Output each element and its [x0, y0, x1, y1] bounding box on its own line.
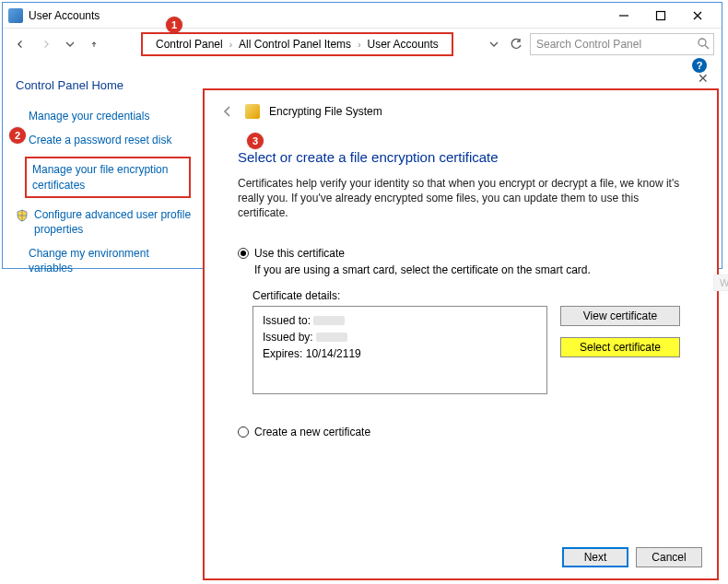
search-icon[interactable] [697, 37, 710, 50]
close-button[interactable] [679, 4, 716, 28]
control-panel-home-link[interactable]: Control Panel Home [16, 78, 209, 92]
radio-unselected-icon[interactable] [238, 426, 249, 438]
next-button[interactable]: Next [562, 547, 628, 567]
chevron-right-icon: › [227, 40, 235, 50]
cert-issued-to-value [313, 316, 345, 325]
svg-rect-1 [657, 11, 665, 19]
address-chevron-down-icon[interactable] [486, 36, 502, 53]
sidebar-link-credentials[interactable]: Manage your credentials [29, 109, 194, 123]
cert-expires-label: Expires: [263, 347, 302, 360]
step-badge-3: 3 [247, 133, 264, 149]
window-snip-watermark: Window Sni [713, 274, 728, 291]
efs-icon [245, 104, 260, 119]
cert-issued-to-label: Issued to: [263, 314, 311, 327]
sidebar-link-reset-disk[interactable]: Create a password reset disk [29, 133, 194, 147]
cert-details-label: Certificate details: [252, 289, 684, 302]
window-title: User Accounts [29, 9, 100, 22]
cert-expires-value: 10/14/2119 [306, 347, 361, 360]
refresh-icon[interactable] [508, 36, 524, 53]
title-bar: User Accounts [3, 3, 722, 29]
maximize-button[interactable] [642, 4, 679, 28]
option-create-label: Create a new certificate [254, 426, 370, 438]
wizard-title: Encrypting File System [269, 105, 382, 118]
option-create-certificate[interactable]: Create a new certificate [238, 426, 684, 438]
wizard-heading: Select or create a file encryption certi… [238, 149, 684, 165]
shield-icon [16, 209, 29, 222]
recent-locations-chevron-icon[interactable] [62, 36, 78, 53]
search-placeholder: Search Control Panel [536, 38, 641, 51]
sidebar-link-file-encryption[interactable]: Manage your file encryption certificates [25, 157, 191, 197]
cancel-button[interactable]: Cancel [636, 547, 702, 567]
up-button[interactable] [84, 34, 104, 54]
svg-point-4 [699, 39, 706, 46]
cert-issued-by-label: Issued by: [263, 331, 313, 344]
efs-wizard: Encrypting File System Select or create … [203, 88, 719, 580]
chevron-right-icon: › [355, 40, 363, 50]
select-certificate-button[interactable]: Select certificate [560, 337, 680, 357]
location-icon [113, 36, 132, 53]
wizard-description: Certificates help verify your identity s… [238, 176, 680, 221]
breadcrumb-item[interactable]: User Accounts [363, 38, 441, 51]
step-badge-2: 2 [9, 127, 26, 144]
radio-selected-icon[interactable] [238, 248, 249, 259]
breadcrumb-item[interactable]: All Control Panel Items [235, 38, 355, 51]
sidebar-link-env-vars[interactable]: Change my environment variables [29, 246, 194, 275]
step-badge-1: 1 [166, 17, 182, 33]
close-icon[interactable]: ✕ [698, 71, 709, 86]
sidebar: Control Panel Home Manage your credentia… [16, 75, 209, 286]
view-certificate-button[interactable]: View certificate [560, 306, 680, 326]
minimize-button[interactable] [605, 4, 642, 28]
option-use-sublabel: If you are using a smart card, select th… [254, 263, 684, 276]
breadcrumb[interactable]: Control Panel › All Control Panel Items … [141, 32, 453, 56]
option-use-certificate[interactable]: Use this certificate [238, 247, 684, 260]
back-button[interactable] [10, 34, 30, 54]
forward-button[interactable] [36, 34, 56, 54]
wizard-back-button[interactable] [219, 103, 236, 120]
cert-details-box: Issued to: Issued by: Expires: 10/14/211… [252, 306, 547, 394]
svg-line-5 [705, 45, 709, 49]
option-use-label: Use this certificate [254, 247, 345, 260]
breadcrumb-item[interactable]: Control Panel [152, 38, 227, 51]
cert-issued-by-value [316, 333, 347, 342]
address-toolbar: Control Panel › All Control Panel Items … [3, 29, 722, 60]
search-input[interactable]: Search Control Panel [530, 33, 714, 55]
sidebar-link-advanced-profile[interactable]: Configure advanced user profile properti… [34, 207, 200, 237]
user-accounts-icon [8, 8, 23, 23]
